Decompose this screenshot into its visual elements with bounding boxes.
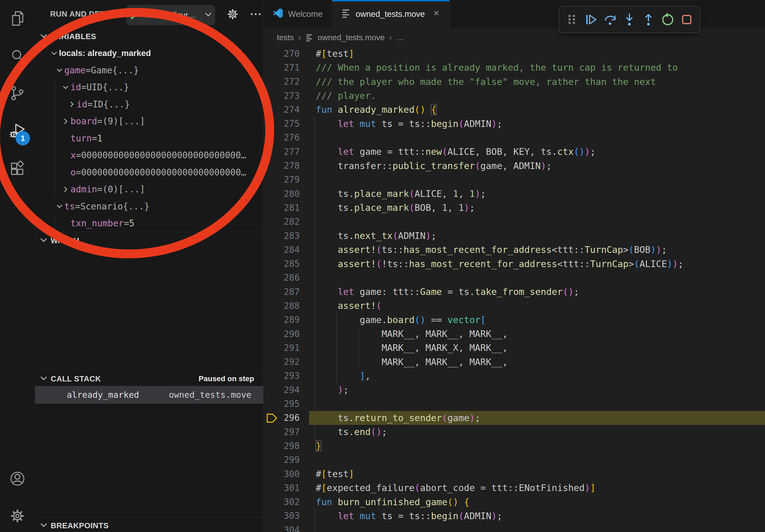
line-number[interactable]: 278	[264, 160, 300, 171]
line-number[interactable]: 293	[264, 371, 300, 381]
line-number[interactable]: 284	[264, 245, 300, 255]
variable-row[interactable]: id = ID{...}	[35, 96, 263, 113]
code-line[interactable]: 298}	[264, 439, 765, 453]
line-number[interactable]: 271	[264, 62, 300, 73]
code-line[interactable]: 297 ts.end();	[264, 425, 765, 439]
stop-button[interactable]	[679, 12, 694, 27]
watch-section-header[interactable]: WATCH	[35, 232, 263, 249]
code-line[interactable]: 282	[264, 215, 765, 229]
line-number[interactable]: 273	[264, 91, 300, 101]
variables-section-header[interactable]: VARIABLES	[35, 28, 263, 45]
drag-handle[interactable]	[564, 12, 580, 27]
search-icon[interactable]	[9, 48, 26, 65]
code-line[interactable]: 286	[264, 271, 765, 285]
source-control-icon[interactable]	[9, 85, 26, 102]
breadcrumb-item[interactable]: owned_tests.move	[318, 33, 384, 42]
code-line[interactable]: 302fun burn_unfinished_game() {	[264, 495, 765, 509]
code-line[interactable]: 290 MARK__, MARK__, MARK__,	[264, 327, 765, 341]
call-stack-frame[interactable]: already_markedowned_tests.move	[35, 386, 263, 404]
line-number[interactable]: 301	[264, 483, 300, 493]
code-line[interactable]: 273/// player.	[264, 89, 765, 103]
line-number[interactable]: 287	[264, 287, 300, 297]
line-number[interactable]: 279	[264, 174, 300, 185]
line-number[interactable]: 291	[264, 343, 300, 353]
code-line[interactable]: 303 let mut ts = ts::begin(ADMIN);	[264, 509, 765, 523]
line-number[interactable]: 297	[264, 427, 300, 437]
line-number[interactable]: 281	[264, 202, 300, 213]
line-number[interactable]: 283	[264, 231, 300, 241]
continue-button[interactable]	[583, 12, 599, 27]
code-line[interactable]: 283 ts.next_tx(ADMIN);	[264, 229, 765, 243]
line-number[interactable]: 292	[264, 357, 300, 367]
variable-row[interactable]: id = UID{...}	[35, 79, 263, 96]
start-debug-icon[interactable]	[126, 10, 142, 20]
code-line[interactable]: 292 MARK__, MARK__, MARK__,	[264, 355, 765, 369]
restart-button[interactable]	[660, 12, 675, 27]
step-into-button[interactable]	[622, 12, 637, 27]
code-line[interactable]: 296 ts.return_to_sender(game);	[264, 411, 765, 425]
configure-gear-icon[interactable]	[226, 8, 239, 21]
line-number[interactable]: 302	[264, 497, 300, 507]
call-stack-section-header[interactable]: CALL STACK Paused on step	[35, 371, 263, 387]
code-line[interactable]: 271/// When a position is already marked…	[264, 61, 765, 75]
variable-row[interactable]: o = 000000000000000000000000000000…	[35, 164, 263, 181]
breakpoints-section-header[interactable]: BREAKPOINTS	[35, 517, 263, 532]
variable-row[interactable]: game = Game{...}	[35, 62, 263, 79]
variable-row[interactable]: x = 000000000000000000000000000000…	[35, 147, 263, 164]
line-number[interactable]: 282	[264, 216, 300, 227]
line-number[interactable]: 285	[264, 258, 300, 269]
variable-row[interactable]: ts = Scenario{...}	[35, 198, 263, 215]
line-number[interactable]: 275	[264, 119, 300, 129]
code-line[interactable]: 301#[expected_failure(abort_code = ttt::…	[264, 481, 765, 495]
line-number[interactable]: 276	[264, 132, 300, 143]
line-number[interactable]: 303	[264, 511, 300, 521]
code-line[interactable]: 278 transfer::public_transfer(game, ADMI…	[264, 158, 765, 172]
launch-config-dropdown[interactable]: No Configur…	[126, 5, 215, 25]
line-number[interactable]: 272	[264, 76, 300, 87]
step-over-button[interactable]	[602, 12, 618, 27]
code-line[interactable]: 274fun already_marked() {	[264, 103, 765, 117]
code-line[interactable]: 288 assert!(	[264, 299, 765, 313]
code-line[interactable]: 300#[test]	[264, 467, 765, 481]
line-number[interactable]: 288	[264, 301, 300, 311]
more-actions-icon[interactable]	[250, 11, 262, 18]
breadcrumb-item[interactable]: …	[396, 33, 404, 42]
code-line[interactable]: 294 );	[264, 383, 765, 397]
code-editor[interactable]: 270#[test]271/// When a position is alre…	[264, 46, 765, 532]
line-number[interactable]: 304	[264, 525, 300, 532]
code-line[interactable]: 280 ts.place_mark(ALICE, 1, 1);	[264, 187, 765, 201]
variable-row[interactable]: turn = 1	[35, 130, 263, 147]
line-number[interactable]: 295	[264, 399, 300, 409]
line-number[interactable]: 274	[264, 105, 300, 115]
line-number[interactable]: 294	[264, 385, 300, 395]
code-line[interactable]: 289 game.board() == vector[	[264, 313, 765, 327]
code-line[interactable]: 275 let mut ts = ts::begin(ADMIN);	[264, 117, 765, 131]
code-line[interactable]: 277 let game = ttt::new(ALICE, BOB, KEY,…	[264, 145, 765, 158]
step-out-button[interactable]	[641, 12, 656, 27]
line-number[interactable]: 286	[264, 272, 300, 283]
tab-welcome[interactable]: Welcome	[264, 0, 332, 28]
code-line[interactable]: 293 ],	[264, 369, 765, 383]
code-line[interactable]: 270#[test]	[264, 47, 765, 61]
explorer-icon[interactable]	[9, 10, 26, 27]
code-line[interactable]: 281 ts.place_mark(BOB, 1, 1);	[264, 201, 765, 215]
close-icon[interactable]	[432, 9, 440, 19]
variable-row[interactable]: admin = (0)[...]	[35, 181, 263, 198]
line-number[interactable]: 280	[264, 188, 300, 199]
line-number[interactable]: 290	[264, 329, 300, 339]
scope-row[interactable]: locals: already_marked	[35, 45, 263, 62]
tab-owned-tests-move[interactable]: owned_tests.move	[332, 0, 450, 28]
code-line[interactable]: 276	[264, 131, 765, 145]
code-line[interactable]: 272/// the player who made the "false" m…	[264, 75, 765, 89]
code-line[interactable]: 291 MARK__, MARK_X, MARK__,	[264, 341, 765, 355]
accounts-icon[interactable]	[9, 470, 26, 487]
line-number[interactable]: 300	[264, 469, 300, 479]
line-number[interactable]: 289	[264, 315, 300, 325]
code-line[interactable]: 284 assert!(ts::has_most_recent_for_addr…	[264, 243, 765, 257]
variable-row[interactable]: txn_number = 5	[35, 215, 263, 232]
breadcrumb-item[interactable]: tests	[277, 33, 294, 42]
extensions-icon[interactable]	[9, 160, 26, 177]
code-line[interactable]: 304	[264, 523, 765, 532]
settings-gear-icon[interactable]	[9, 507, 26, 524]
line-number[interactable]: 277	[264, 146, 300, 157]
